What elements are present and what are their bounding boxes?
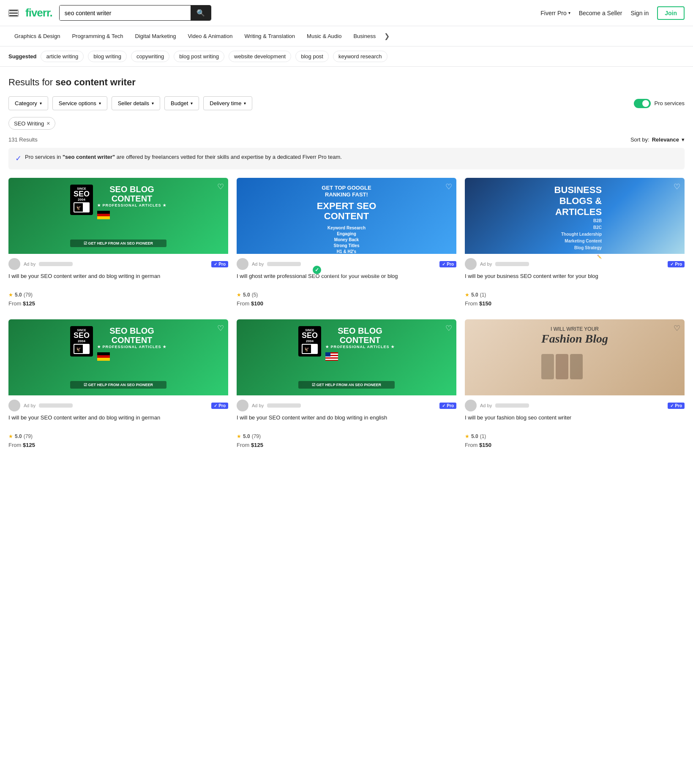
budget-label: Budget <box>171 100 188 106</box>
tag-blog-post-writing[interactable]: blog post writing <box>174 51 224 62</box>
price-row-6: From $150 <box>465 442 685 448</box>
pro-badge-2: ✓ Pro <box>439 261 456 267</box>
tag-copywriting[interactable]: copywriting <box>131 51 169 62</box>
tag-website-development[interactable]: website development <box>229 51 291 62</box>
star-icon: ★ <box>8 292 13 298</box>
price-value-3: $150 <box>479 300 491 307</box>
tag-blog-post[interactable]: blog post <box>295 51 329 62</box>
search-button[interactable]: 🔍 <box>191 5 211 20</box>
favorite-button-5[interactable]: ♡ <box>445 324 452 333</box>
gig-card-1[interactable]: SINCE SEO 2004 🦅 SEO BLOGCONTENT ★ <box>8 178 228 311</box>
favorite-button-2[interactable]: ♡ <box>445 182 452 191</box>
price-row-3: From $150 <box>465 300 685 307</box>
rating-row-2: ★ 5.0 (5) <box>237 292 456 298</box>
card-title-3: I will be your business SEO content writ… <box>465 272 685 289</box>
delivery-time-filter[interactable]: Delivery time ▾ <box>203 96 252 110</box>
card-image-5: SINCE SEO 2004 🦅 SEO BLOGCONTENT ★ <box>237 319 456 395</box>
tag-article-writing[interactable]: article writing <box>41 51 84 62</box>
service-options-filter[interactable]: Service options ▾ <box>52 96 107 110</box>
favorite-button-4[interactable]: ♡ <box>217 324 224 333</box>
pro-services-toggle-row: Pro services <box>634 99 685 108</box>
tag-blog-writing[interactable]: blog writing <box>88 51 127 62</box>
seller-row-3: Ad by ✓ Pro <box>465 258 685 270</box>
cat-nav-programming[interactable]: Programming & Tech <box>66 30 129 42</box>
favorite-button-6[interactable]: ♡ <box>674 324 680 333</box>
gig-card-2[interactable]: GET TOP GOOGLERANKING FAST! EXPERT SEOCO… <box>237 178 456 311</box>
sort-by-dropdown[interactable]: Sort by: Relevance ▾ <box>630 136 685 143</box>
header: fiverr. 🔍 Fiverr Pro ▾ Become a Seller S… <box>0 0 693 26</box>
seller-name-2 <box>267 262 301 266</box>
service-options-label: Service options <box>59 100 96 106</box>
gig-card-4[interactable]: SINCE SEO 2004 🦅 SEO BLOGCONTENT ★ <box>8 319 228 452</box>
card2-main-text: EXPERT SEOCONTENT <box>309 201 384 221</box>
favorite-button-3[interactable]: ♡ <box>674 182 680 191</box>
ad-label-4: Ad by <box>24 403 35 408</box>
chevron-down-icon: ▾ <box>568 11 570 15</box>
suggested-bar: Suggested article writing blog writing c… <box>0 46 693 67</box>
active-filters-row: SEO Writing × <box>8 117 685 130</box>
results-heading-query: seo content writer <box>55 77 135 87</box>
cat-nav-video[interactable]: Video & Animation <box>182 30 238 42</box>
pro-services-toggle[interactable] <box>634 99 651 108</box>
review-count-6: (1) <box>480 433 486 439</box>
rating-value-6: 5.0 <box>471 433 478 439</box>
cat-nav-business[interactable]: Business <box>347 30 382 42</box>
review-count-4: (79) <box>24 433 33 439</box>
gig-card-6[interactable]: I WILL WRITE YOUR Fashion Blog ♡ Ad by <box>465 319 685 452</box>
card-body-6: Ad by ✓ Pro I will be your fashion blog … <box>465 395 685 452</box>
cat-nav-music[interactable]: Music & Audio <box>301 30 347 42</box>
business-list: B2BB2CThought LeadershipMarketing Conten… <box>548 218 602 251</box>
rating-row-4: ★ 5.0 (79) <box>8 433 228 439</box>
cat-nav-writing[interactable]: Writing & Translation <box>238 30 301 42</box>
delivery-time-label: Delivery time <box>210 100 241 106</box>
logo: fiverr. <box>25 6 52 19</box>
price-value-1: $125 <box>23 300 35 307</box>
price-value-6: $150 <box>479 442 491 448</box>
seller-row-6: Ad by ✓ Pro <box>465 400 685 411</box>
cat-nav-more-button[interactable]: ❯ <box>382 30 392 42</box>
seller-row-5: Ad by ✓ Pro <box>237 400 456 411</box>
card-image-3: BUSINESSBLOGS &ARTICLES B2BB2CThought Le… <box>465 178 685 254</box>
hamburger-menu[interactable] <box>8 9 19 17</box>
card-title-6: I will be your fashion blog seo content … <box>465 414 685 430</box>
star-icon: ★ <box>237 433 241 439</box>
price-row-1: From $125 <box>8 300 228 307</box>
budget-filter[interactable]: Budget ▾ <box>164 96 199 110</box>
search-input[interactable] <box>60 5 191 20</box>
rating-row-1: ★ 5.0 (79) <box>8 292 228 298</box>
favorite-button-1[interactable]: ♡ <box>217 182 224 191</box>
cat-nav-graphics[interactable]: Graphics & Design <box>8 30 66 42</box>
sign-in-link[interactable]: Sign in <box>630 10 649 16</box>
seller-details-filter[interactable]: Seller details ▾ <box>112 96 160 110</box>
chevron-down-icon: ▾ <box>99 101 101 106</box>
seller-name-3 <box>495 262 529 266</box>
rating-row-6: ★ 5.0 (1) <box>465 433 685 439</box>
card-body-1: Ad by ✓ Pro I will be your SEO content w… <box>8 254 228 311</box>
category-filter[interactable]: Category ▾ <box>8 96 48 110</box>
pro-check-icon: ✓ <box>214 403 217 408</box>
become-seller-link[interactable]: Become a Seller <box>579 10 622 16</box>
seller-info-6: Ad by <box>465 400 529 411</box>
fiverr-pro-link[interactable]: Fiverr Pro ▾ <box>540 10 570 16</box>
tag-keyword-research[interactable]: keyword research <box>333 51 387 62</box>
join-button[interactable]: Join <box>657 6 685 20</box>
chevron-down-icon: ▾ <box>682 136 685 143</box>
card2-badge: ✓ UK SEARCH AWARDS WINNER <box>309 264 384 276</box>
card-body-5: Ad by ✓ Pro I will be your SEO content w… <box>237 395 456 452</box>
pro-check-icon: ✓ <box>670 403 674 408</box>
gig-card-5[interactable]: SINCE SEO 2004 🦅 SEO BLOGCONTENT ★ <box>237 319 456 452</box>
cat-nav-digital-marketing[interactable]: Digital Marketing <box>129 30 182 42</box>
seller-info-1: Ad by <box>8 258 73 270</box>
gig-card-3[interactable]: BUSINESSBLOGS &ARTICLES B2BB2CThought Le… <box>465 178 685 311</box>
remove-tag-button[interactable]: × <box>46 120 50 127</box>
seller-info-4: Ad by <box>8 400 73 411</box>
price-value-2: $100 <box>251 300 263 307</box>
card-image-2: GET TOP GOOGLERANKING FAST! EXPERT SEOCO… <box>237 178 456 254</box>
star-icon: ★ <box>8 433 13 439</box>
rating-value-2: 5.0 <box>243 292 250 298</box>
rating-value-1: 5.0 <box>15 292 22 298</box>
pro-badge-1: ✓ Pro <box>211 261 228 267</box>
logo-text: fiverr <box>25 6 50 19</box>
star-icon: ★ <box>465 433 469 439</box>
card2-sub-text: Keyword ResearchEngagingMoney BackStrong… <box>309 225 384 261</box>
